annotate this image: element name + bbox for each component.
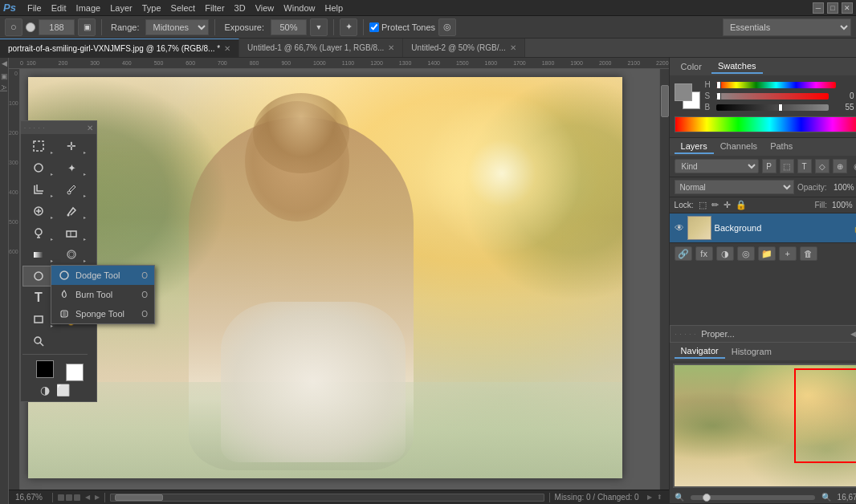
toolbox-close-button[interactable]: ✕	[87, 124, 93, 132]
tool-eyedropper[interactable]: ▸	[55, 179, 88, 200]
tool-gradient[interactable]: ▸	[22, 244, 55, 265]
close-button[interactable]: ✕	[842, 2, 853, 14]
layer-kind-filter[interactable]: Kind	[675, 159, 759, 173]
hue-thumb[interactable]	[716, 82, 721, 88]
vertical-scroll-thumb[interactable]	[661, 85, 669, 117]
menu-type[interactable]: Type	[137, 2, 166, 14]
tool-crop[interactable]: ▸	[22, 179, 55, 200]
tab-untitled2-close[interactable]: ✕	[510, 43, 516, 52]
bri-thumb[interactable]	[778, 104, 783, 111]
saturation-slider[interactable]	[716, 93, 829, 100]
layer-filter-smart-btn[interactable]: ⊕	[833, 159, 847, 173]
menu-view[interactable]: View	[251, 2, 279, 14]
protect-tones-checkbox[interactable]	[369, 22, 379, 32]
navigator-preview[interactable]	[673, 364, 856, 488]
histogram-tab[interactable]: Histogram	[725, 345, 778, 358]
layer-filter-toggle[interactable]: ◉	[850, 159, 856, 173]
menu-select[interactable]: Select	[166, 2, 201, 14]
brush-size-icon[interactable]	[26, 22, 35, 32]
brush-size-input[interactable]	[39, 19, 75, 35]
menu-3d[interactable]: 3D	[230, 2, 251, 14]
navigator-tab[interactable]: Navigator	[675, 344, 725, 359]
exposure-dropdown[interactable]: ▼	[310, 18, 328, 36]
tool-lasso[interactable]: ▸	[22, 157, 55, 178]
statusbar-arrow-left[interactable]: ◀	[85, 494, 90, 501]
tool-type[interactable]: T ▸	[22, 287, 55, 308]
ruler-options-icon[interactable]: ▣	[0, 72, 8, 80]
minimize-button[interactable]: ─	[813, 2, 824, 14]
menu-help[interactable]: Help	[320, 2, 348, 14]
layer-mask-btn[interactable]: ◑	[716, 246, 734, 261]
layer-folder-btn[interactable]: 📁	[758, 246, 776, 261]
lock-image-icon[interactable]: ✏	[711, 200, 719, 210]
tab-untitled2[interactable]: Untitled-2 @ 50% (RGB/... ✕	[403, 39, 524, 57]
lock-all-icon[interactable]: 🔒	[736, 200, 747, 210]
menu-window[interactable]: Window	[279, 2, 320, 14]
paths-tab[interactable]: Paths	[764, 140, 799, 154]
context-menu-item-sponge[interactable]: Sponge Tool O	[51, 304, 154, 323]
zoom-max-icon[interactable]: 🔍	[821, 493, 831, 502]
tool-move[interactable]: ✛ ▸	[55, 136, 88, 156]
tool-marquee[interactable]: ▸	[22, 136, 55, 156]
exposure-input[interactable]	[271, 19, 307, 35]
foreground-color-swatch[interactable]	[36, 360, 54, 378]
tab-untitled1-close[interactable]: ✕	[388, 43, 394, 52]
maximize-button[interactable]: □	[827, 2, 838, 14]
color-spectrum-bar[interactable]	[675, 116, 856, 132]
layer-new-btn[interactable]: +	[779, 246, 797, 261]
fg-color-box[interactable]	[675, 83, 692, 101]
layer-filter-text-btn[interactable]: T	[797, 159, 812, 173]
menu-image[interactable]: Image	[71, 2, 106, 14]
vertical-scrollbar[interactable]	[659, 69, 669, 490]
layer-filter-adjust-btn[interactable]: ⬚	[780, 159, 794, 173]
panel-toggle-icon[interactable]: ◀	[2, 59, 7, 67]
screen-mode-icon[interactable]: ⬜	[56, 384, 70, 396]
toolbox-drag-handle[interactable]: · · · · ·	[24, 125, 46, 131]
tab-portrait-close[interactable]: ✕	[224, 44, 230, 53]
menu-edit[interactable]: Edit	[47, 2, 71, 14]
lock-position-icon[interactable]: ✛	[724, 200, 731, 210]
opacity-value[interactable]: 100%	[830, 183, 854, 192]
range-select[interactable]: Midtones Highlights Shadows	[145, 19, 209, 35]
layer-adj-btn[interactable]: ◎	[737, 246, 755, 261]
horizontal-scroll-thumb[interactable]	[115, 494, 163, 501]
tool-dodge[interactable]: ▸	[22, 266, 55, 287]
tool-zoom[interactable]	[22, 331, 55, 352]
flow-icon[interactable]: ◎	[438, 18, 456, 36]
statusbar-arrow-right[interactable]: ▶	[95, 494, 100, 501]
airbrush-icon[interactable]: ✦	[340, 18, 357, 36]
layers-tab[interactable]: Layers	[675, 140, 714, 154]
channels-tab[interactable]: Channels	[714, 140, 764, 154]
horizontal-scrollbar[interactable]	[110, 494, 544, 502]
lock-transparent-icon[interactable]: ⬚	[699, 200, 707, 210]
blend-mode-select[interactable]: Normal Dissolve Multiply Screen	[675, 180, 794, 194]
layer-delete-btn[interactable]: 🗑	[800, 246, 817, 261]
swatches-tab[interactable]: Swatches	[711, 59, 763, 74]
navigator-zoom-thumb[interactable]	[703, 494, 711, 502]
grid-icon[interactable]: A|	[0, 85, 8, 91]
workspace-select[interactable]: Essentials Photography	[723, 18, 851, 36]
statusbar-share[interactable]: ⬆	[657, 494, 662, 501]
tool-rectangle[interactable]: ▸	[22, 309, 55, 330]
toggle-brush-panel[interactable]: ▣	[78, 18, 96, 36]
protect-tones-label[interactable]: Protect Tones	[369, 22, 435, 32]
quick-mask-icon[interactable]: ◑	[40, 384, 50, 396]
sat-thumb[interactable]	[716, 93, 721, 100]
context-menu-item-dodge[interactable]: Dodge Tool O	[51, 266, 154, 285]
tool-magic-wand[interactable]: ✦ ▸	[55, 157, 88, 178]
layer-row-background[interactable]: 👁 Background 🔒	[670, 213, 856, 242]
tool-clone[interactable]: ▸	[22, 222, 55, 243]
zoom-min-icon[interactable]: 🔍	[675, 493, 684, 502]
hue-slider[interactable]	[716, 82, 836, 88]
menu-filter[interactable]: Filter	[200, 2, 229, 14]
navigator-zoom-slider[interactable]	[691, 495, 815, 500]
color-tab[interactable]: Color	[675, 60, 708, 73]
brightness-slider[interactable]	[716, 104, 829, 111]
tab-untitled1[interactable]: Untitled-1 @ 66,7% (Layer 1, RGB/8... ✕	[239, 39, 403, 57]
fill-value[interactable]: 100%	[832, 201, 853, 209]
statusbar-expand[interactable]: ▶	[647, 494, 652, 501]
toolbox-header[interactable]: · · · · · ✕	[21, 121, 96, 134]
layer-fx-btn[interactable]: fx	[695, 246, 713, 261]
layer-filter-type-btn[interactable]: P	[762, 159, 777, 173]
tool-preset-picker[interactable]: ○	[5, 18, 22, 36]
